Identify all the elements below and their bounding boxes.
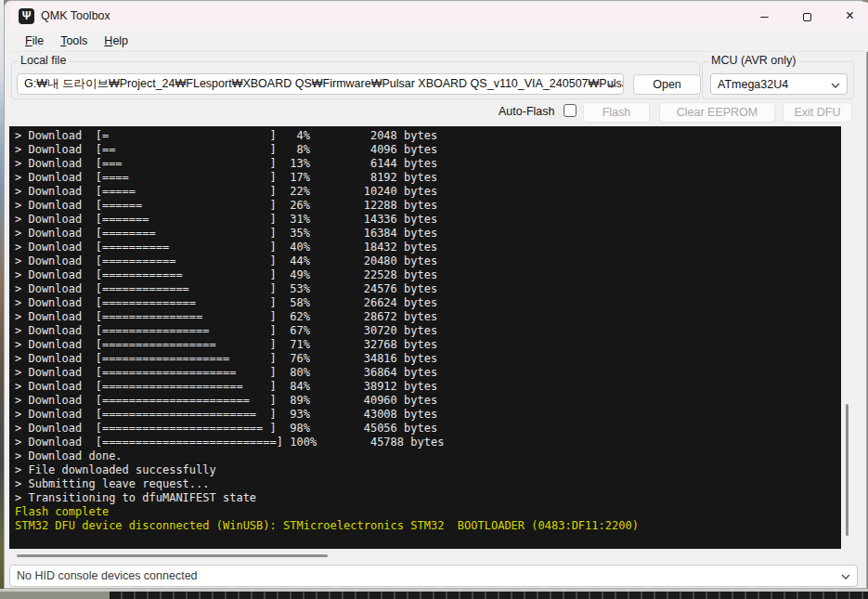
chevron-down-icon	[841, 574, 850, 579]
mcu-value: ATmega32U4	[718, 78, 788, 91]
chevron-down-icon	[831, 83, 840, 88]
console-line: > Download [======== ] 35% 16384 bytes	[15, 227, 841, 241]
console-line: > Download [========== ] 40% 18432 bytes	[15, 241, 841, 254]
console-line: > Download [===================== ] 84% …	[15, 380, 841, 394]
console-line: > Download [======= ] 31% 14336 bytes	[15, 213, 841, 227]
console-line: > Download [= ] 4% 2048 bytes	[15, 129, 841, 143]
console-line: > File downloaded successfully	[15, 463, 841, 477]
console-line: > Download [============= ] 53% 24576 by…	[15, 282, 841, 296]
flash-button[interactable]: Flash	[583, 102, 650, 123]
console-line: > Download [====== ] 26% 12288 bytes	[15, 199, 841, 213]
vertical-scrollbar[interactable]	[846, 404, 849, 536]
local-file-combobox[interactable]: G:₩내 드라이브₩Project_24₩FLesport₩XBOARD QS₩…	[17, 73, 624, 95]
qmk-logo-icon: Ψ	[19, 8, 34, 24]
console-line: > Download [================= ] 71% 3276…	[15, 338, 841, 352]
local-file-path: G:₩내 드라이브₩Project_24₩FLesport₩XBOARD QS₩…	[24, 76, 624, 92]
open-button[interactable]: Open	[633, 74, 701, 95]
console-line: > Download [==========================] …	[15, 436, 841, 449]
menu-help[interactable]: Help	[96, 32, 136, 50]
maximize-button[interactable]	[786, 2, 828, 30]
console-line: > Download [====================== ] 89%…	[15, 394, 841, 408]
console-line: > Download [=========== ] 44% 20480 byte…	[15, 254, 841, 268]
console-line: > Download [============== ] 58% 26624 b…	[15, 296, 841, 310]
console-line: > Download [======================== ] 9…	[15, 422, 841, 436]
desktop-strip	[0, 592, 110, 599]
console-line: > Download [==== ] 17% 8192 bytes	[15, 171, 841, 185]
hid-device-combobox[interactable]: No HID console devices connected	[9, 565, 858, 587]
minimize-button[interactable]: –	[744, 2, 785, 30]
console-line: STM32 DFU device disconnected (WinUSB): …	[15, 519, 841, 533]
auto-flash-checkbox[interactable]	[564, 104, 577, 117]
console-line: Flash complete	[15, 505, 841, 519]
auto-flash-label: Auto-Flash	[499, 105, 554, 118]
maximize-icon	[803, 13, 811, 21]
console-line: > Submitting leave request...	[15, 477, 841, 491]
screen: Ψ QMK Toolbox – × FileToolsHelp Local fi…	[0, 0, 868, 599]
console-line: > Download [============ ] 49% 22528 byt…	[15, 268, 841, 282]
local-file-group-label: Local file	[17, 54, 70, 67]
title-bar[interactable]: Ψ QMK Toolbox – ×	[9, 2, 868, 30]
exit-dfu-button[interactable]: Exit DFU	[783, 102, 852, 123]
close-button[interactable]: ×	[829, 2, 868, 30]
menu-file[interactable]: File	[17, 32, 52, 50]
mcu-group-label: MCU (AVR only)	[707, 54, 799, 67]
console-line: > Download done.	[15, 449, 841, 463]
mcu-combobox[interactable]: ATmega32U4	[710, 73, 848, 95]
window-title: QMK Toolbox	[41, 9, 110, 22]
console-output[interactable]: > Download [= ] 4% 2048 bytes> Download …	[9, 126, 841, 549]
horizontal-scrollbar[interactable]	[17, 554, 328, 557]
console-line: > Download [======================= ] 93…	[15, 408, 841, 422]
console-line: > Transitioning to dfuMANIFEST state	[15, 491, 841, 505]
menu-tools[interactable]: Tools	[52, 32, 96, 50]
console-line: > Download [==================== ] 80% 3…	[15, 366, 841, 380]
console-line: > Download [== ] 8% 4096 bytes	[15, 143, 841, 157]
desktop-edge-bottom	[0, 589, 868, 599]
console-line: > Download [=============== ] 62% 28672 …	[15, 310, 841, 324]
console-line: > Download [=================== ] 76% 34…	[15, 352, 841, 366]
clear-eeprom-button[interactable]: Clear EEPROM	[659, 102, 775, 123]
desktop-keyboard-strip	[110, 592, 868, 599]
hid-device-value: No HID console devices connected	[17, 569, 198, 582]
console-line: > Download [================ ] 67% 30720…	[15, 324, 841, 338]
menu-bar: FileToolsHelp	[9, 30, 868, 52]
chevron-down-icon	[607, 83, 616, 88]
console-line: > Download [=== ] 13% 6144 bytes	[15, 157, 841, 171]
console-line: > Download [===== ] 22% 10240 bytes	[15, 185, 841, 199]
